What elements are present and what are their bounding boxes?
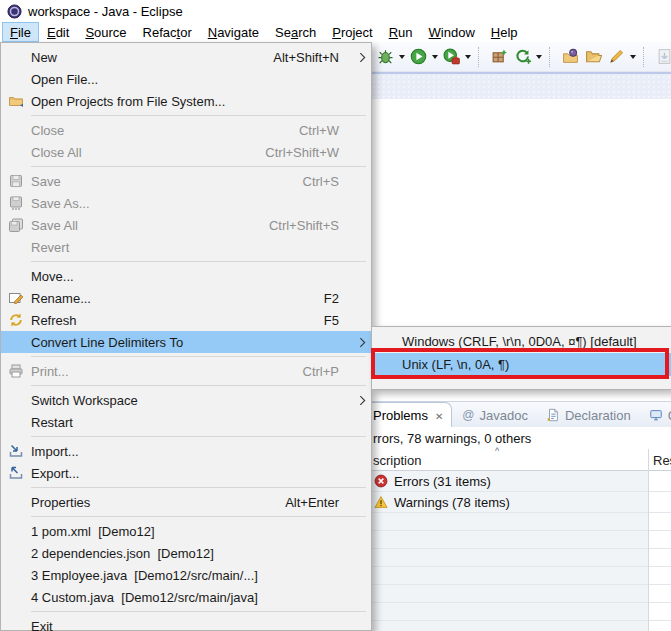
eclipse-logo-icon [7, 4, 22, 19]
menu-item-new[interactable]: NewAlt+Shift+N [1, 46, 371, 68]
menu-item-save-all: Save AllCtrl+Shift+S [1, 214, 371, 236]
menu-item-label: Restart [31, 415, 353, 430]
table-row-errors[interactable]: Errors (31 items) [362, 471, 671, 492]
menu-item-restart[interactable]: Restart [1, 411, 371, 433]
rename-icon [8, 290, 24, 306]
tab-problems[interactable]: Problems✕ [364, 402, 452, 427]
menu-separator [1, 353, 371, 360]
table-row-empty [362, 531, 671, 549]
run-last-icon [443, 48, 460, 65]
menu-item-label: Save All [31, 218, 269, 233]
chevron-down-icon[interactable] [430, 45, 439, 68]
menubar-item-run[interactable]: Run [381, 22, 421, 42]
column-divider [648, 449, 649, 631]
submenu-item-unix-lf[interactable]: Unix (LF, \n, 0A, ¶) [372, 353, 671, 376]
menu-item-refresh[interactable]: RefreshF5 [1, 309, 371, 331]
marker-button[interactable] [605, 45, 627, 68]
toolbar-separator [478, 47, 482, 67]
menu-item-label: 2 dependencies.json [Demo12] [31, 546, 353, 561]
menu-item-rename[interactable]: Rename...F2 [1, 287, 371, 309]
menu-item-move[interactable]: Move... [1, 265, 371, 287]
tab-declaration[interactable]: Declaration [538, 403, 639, 427]
tab-javadoc[interactable]: @Javadoc [454, 403, 536, 427]
table-row-warnings[interactable]: Warnings (78 items) [362, 492, 671, 513]
run-button[interactable] [407, 45, 429, 68]
menu-item-exit[interactable]: Exit [1, 615, 371, 631]
menubar-item-search[interactable]: Search [267, 22, 324, 42]
menu-item-shortcut: Ctrl+Shift+W [265, 145, 353, 160]
menu-item-convert-line-delimiters-to[interactable]: Convert Line Delimiters To [1, 331, 371, 353]
title-bar: workspace - Java - Eclipse [0, 0, 671, 22]
menubar-item-file[interactable]: File [2, 22, 39, 42]
print-icon [8, 363, 24, 379]
toolbar-separator [643, 47, 647, 67]
table-row-empty [362, 513, 671, 531]
menu-item-label: Save As... [31, 196, 353, 211]
menu-item-print: Print...Ctrl+P [1, 360, 371, 382]
folder-icon [1, 93, 31, 109]
tab-console[interactable]: Console [641, 403, 671, 427]
menubar-item-project[interactable]: Project [324, 22, 380, 42]
menu-separator [1, 258, 371, 265]
menu-item-2-dependencies-json-demo12[interactable]: 2 dependencies.json [Demo12] [1, 542, 371, 564]
table-row-empty [362, 603, 671, 621]
menu-item-label: Import... [31, 444, 353, 459]
menubar-item-refactor[interactable]: Refactor [135, 22, 200, 42]
refresh-icon [1, 312, 31, 328]
menu-item-switch-workspace[interactable]: Switch Workspace [1, 389, 371, 411]
chevron-down-icon[interactable] [397, 45, 406, 68]
menu-separator [1, 433, 371, 440]
menu-item-3-employee-java-demo12-src-main[interactable]: 3 Employee.java [Demo12/src/main/...] [1, 564, 371, 586]
convert-line-delimiters-submenu: Windows (CRLF, \r\n, 0D0A, ¤¶) [default]… [371, 326, 671, 390]
menubar-item-source[interactable]: Source [77, 22, 134, 42]
run-icon [410, 48, 427, 65]
menu-item-close: CloseCtrl+W [1, 119, 371, 141]
open-resource-button[interactable] [582, 45, 604, 68]
export-icon [1, 465, 31, 481]
menu-item-open-file[interactable]: Open File... [1, 68, 371, 90]
save-all-icon [8, 217, 24, 233]
menu-item-4-custom-java-demo12-src-main-java[interactable]: 4 Custom.java [Demo12/src/main/java] [1, 586, 371, 608]
chevron-down-icon[interactable] [463, 45, 472, 68]
chevron-down-icon[interactable] [628, 45, 637, 68]
console-icon [649, 408, 663, 422]
import-icon [8, 443, 24, 459]
menubar-item-window[interactable]: Window [421, 22, 483, 42]
table-row-empty [362, 621, 671, 631]
debug-icon [377, 48, 394, 65]
chevron-down-icon[interactable] [534, 45, 543, 68]
run-last-button[interactable] [440, 45, 462, 68]
menu-item-label: New [31, 50, 273, 65]
file-menu: NewAlt+Shift+NOpen File...Open Projects … [0, 42, 372, 631]
menu-item-label: 1 pom.xml [Demo12] [31, 524, 353, 539]
eclipse-logo-icon [7, 4, 22, 19]
column-header-resource[interactable]: Res [653, 453, 671, 468]
menu-item-close-all: Close AllCtrl+Shift+W [1, 141, 371, 163]
menu-item-label: Revert [31, 240, 353, 255]
debug-button[interactable] [374, 45, 396, 68]
menu-item-1-pom-xml-demo12[interactable]: 1 pom.xml [Demo12] [1, 520, 371, 542]
rename-icon [1, 290, 31, 306]
update-project-button[interactable] [511, 45, 533, 68]
folder-icon [8, 93, 24, 109]
menubar-item-help[interactable]: Help [483, 22, 526, 42]
submenu-item-windows-crlf[interactable]: Windows (CRLF, \r\n, 0D0A, ¤¶) [default] [372, 330, 671, 353]
tab-label: Declaration [565, 408, 631, 423]
menubar-item-navigate[interactable]: Navigate [200, 22, 267, 42]
submenu-arrow-icon [353, 52, 371, 63]
menu-item-open-projects-from-file-system[interactable]: Open Projects from File System... [1, 90, 371, 112]
menu-item-export[interactable]: Export... [1, 462, 371, 484]
column-header-description[interactable]: scription [373, 453, 421, 468]
open-type-icon [562, 48, 579, 65]
bottom-view-tabbar: Problems✕@JavadocDeclarationConsole [362, 401, 671, 427]
close-icon[interactable]: ✕ [433, 408, 443, 423]
new-wizard-button[interactable] [488, 45, 510, 68]
update-project-icon [514, 48, 531, 65]
save-as-icon [1, 195, 31, 211]
error-icon [374, 474, 388, 488]
table-row-empty [362, 549, 671, 567]
menu-item-properties[interactable]: PropertiesAlt+Enter [1, 491, 371, 513]
menubar-item-edit[interactable]: Edit [39, 22, 77, 42]
open-type-button[interactable] [559, 45, 581, 68]
menu-item-import[interactable]: Import... [1, 440, 371, 462]
